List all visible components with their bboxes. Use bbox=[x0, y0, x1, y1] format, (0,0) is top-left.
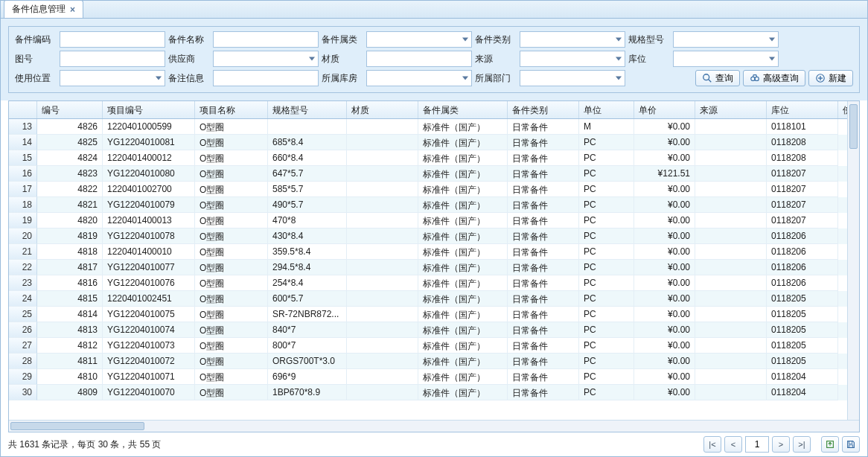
col-unit[interactable]: 单位 bbox=[579, 101, 634, 118]
input-remark[interactable] bbox=[213, 70, 319, 86]
col-name[interactable]: 项目名称 bbox=[195, 101, 268, 118]
col-loc[interactable]: 库位 bbox=[767, 101, 838, 118]
close-icon[interactable]: × bbox=[70, 4, 75, 15]
cell bbox=[347, 119, 418, 135]
table-row[interactable]: 224817YG12204010077O型圈294.5*8.4标准件（国产）日常… bbox=[9, 260, 859, 275]
search-button-label: 查询 bbox=[715, 72, 733, 85]
cell: 29 bbox=[9, 369, 37, 385]
col-cat[interactable]: 备件类别 bbox=[508, 101, 579, 118]
cell: 21 bbox=[9, 244, 37, 260]
cell: YG12204010076 bbox=[103, 275, 195, 291]
export-button[interactable] bbox=[821, 436, 839, 453]
table-row[interactable]: 304809YG12204010070O型圈1BP670*8.9标准件（国产）日… bbox=[9, 385, 859, 400]
cell: 1220401400010 bbox=[103, 244, 195, 260]
col-price[interactable]: 单价 bbox=[634, 101, 695, 118]
combo-cat[interactable] bbox=[520, 31, 625, 48]
input-name[interactable] bbox=[213, 31, 319, 48]
cell: 4817 bbox=[37, 260, 103, 275]
search-button[interactable]: 查询 bbox=[695, 70, 740, 86]
cell bbox=[347, 291, 418, 307]
horizontal-scroll-thumb[interactable] bbox=[10, 422, 144, 430]
input-drawing[interactable] bbox=[60, 51, 165, 67]
table-row[interactable]: 1548241220401400012O型圈660*8.4标准件（国产）日常备件… bbox=[9, 150, 859, 166]
save-button[interactable] bbox=[842, 436, 860, 453]
page-first-button[interactable]: |< bbox=[703, 436, 721, 453]
col-rownum[interactable] bbox=[9, 101, 37, 118]
label-source: 来源 bbox=[475, 53, 517, 65]
table-row[interactable]: 184821YG12204010079O型圈490*5.7标准件（国产）日常备件… bbox=[9, 197, 859, 213]
adv-search-button[interactable]: 高级查询 bbox=[743, 70, 805, 86]
cell bbox=[695, 119, 767, 135]
label-name: 备件名称 bbox=[168, 33, 210, 46]
combo-source[interactable] bbox=[520, 51, 625, 67]
binoculars-icon bbox=[750, 73, 760, 83]
cell: 标准件（国产） bbox=[418, 135, 508, 150]
cell: 15 bbox=[9, 150, 37, 166]
col-id[interactable]: 编号 bbox=[37, 101, 103, 118]
cell: 430*8.4 bbox=[268, 228, 347, 244]
table-row[interactable]: 254814YG12204010075O型圈SR-72NBR872...标准件（… bbox=[9, 307, 859, 322]
combo-warehouse[interactable] bbox=[366, 70, 472, 86]
table-row[interactable]: 1948201220401400013O型圈470*8标准件（国产）日常备件PC… bbox=[9, 213, 859, 228]
col-material[interactable]: 材质 bbox=[347, 101, 418, 118]
input-material[interactable] bbox=[366, 51, 472, 67]
combo-dept[interactable] bbox=[520, 70, 625, 86]
adv-search-label: 高级查询 bbox=[763, 72, 799, 85]
table-row[interactable]: 2148181220401400010O型圈359.5*8.4标准件（国产）日常… bbox=[9, 244, 859, 260]
combo-supplier[interactable] bbox=[213, 51, 319, 67]
svg-line-1 bbox=[709, 80, 712, 83]
table-row[interactable]: 164823YG12204010080O型圈647*5.7标准件（国产）日常备件… bbox=[9, 166, 859, 182]
table-row[interactable]: 1748221220401002700O型圈585*5.7标准件（国产）日常备件… bbox=[9, 182, 859, 197]
cell: 1220401002451 bbox=[103, 291, 195, 307]
cell: 685*8.4 bbox=[268, 135, 347, 150]
cell: 日常备件 bbox=[508, 291, 579, 307]
cell: 标准件（国产） bbox=[418, 385, 508, 400]
tab-spare-parts[interactable]: 备件信息管理 × bbox=[4, 0, 83, 18]
new-button[interactable]: 新建 bbox=[808, 70, 853, 86]
cell: YG12204010079 bbox=[103, 197, 195, 213]
cell: 日常备件 bbox=[508, 228, 579, 244]
table-row[interactable]: 2448151220401002451O型圈600*5.7标准件（国产）日常备件… bbox=[9, 291, 859, 307]
cell: 800*7 bbox=[268, 338, 347, 354]
combo-usepos[interactable] bbox=[60, 70, 165, 86]
cell: 4822 bbox=[37, 182, 103, 197]
table-row[interactable]: 1348261220401000599O型圈标准件（国产）日常备件M¥0.000… bbox=[9, 119, 859, 135]
table-row[interactable]: 294810YG12204010071O型圈696*9标准件（国产）日常备件PC… bbox=[9, 369, 859, 385]
combo-spec[interactable] bbox=[673, 31, 779, 48]
table-row[interactable]: 234816YG12204010076O型圈254*8.4标准件（国产）日常备件… bbox=[9, 275, 859, 291]
cell: 1220401400012 bbox=[103, 150, 195, 166]
cell bbox=[695, 322, 767, 338]
cell: YG12204010075 bbox=[103, 307, 195, 322]
cell: O型圈 bbox=[195, 354, 268, 369]
vertical-scroll-thumb[interactable] bbox=[849, 104, 858, 149]
cell: ¥0.00 bbox=[634, 150, 695, 166]
col-source[interactable]: 来源 bbox=[695, 101, 767, 118]
combo-loc[interactable] bbox=[673, 51, 779, 67]
cell: ¥0.00 bbox=[634, 338, 695, 354]
col-attr[interactable]: 备件属类 bbox=[418, 101, 508, 118]
table-row[interactable]: 204819YG12204010078O型圈430*8.4标准件（国产）日常备件… bbox=[9, 228, 859, 244]
table-row[interactable]: 284811YG12204010072O型圈ORGS700T*3.0标准件（国产… bbox=[9, 354, 859, 369]
table-row[interactable]: 274812YG12204010073O型圈800*7标准件（国产）日常备件PC… bbox=[9, 338, 859, 354]
table-row[interactable]: 144825YG12204010081O型圈685*8.4标准件（国产）日常备件… bbox=[9, 135, 859, 150]
search-icon bbox=[702, 73, 712, 83]
col-spec[interactable]: 规格型号 bbox=[268, 101, 347, 118]
horizontal-scrollbar[interactable] bbox=[9, 420, 859, 432]
cell: ¥121.51 bbox=[634, 166, 695, 182]
input-code[interactable] bbox=[60, 31, 165, 48]
col-proj[interactable]: 项目编号 bbox=[103, 101, 195, 118]
tab-label: 备件信息管理 bbox=[12, 3, 66, 16]
cell: 日常备件 bbox=[508, 182, 579, 197]
combo-attr[interactable] bbox=[366, 31, 472, 48]
cell: PC bbox=[579, 275, 634, 291]
cell: 0118101 bbox=[767, 119, 838, 135]
cell: 0118204 bbox=[767, 369, 838, 385]
cell: 0118206 bbox=[767, 228, 838, 244]
page-input[interactable] bbox=[745, 436, 769, 453]
table-row[interactable]: 264813YG12204010074O型圈840*7标准件（国产）日常备件PC… bbox=[9, 322, 859, 338]
vertical-scrollbar[interactable] bbox=[847, 101, 859, 432]
page-prev-button[interactable]: < bbox=[724, 436, 742, 453]
page-next-button[interactable]: > bbox=[772, 436, 790, 453]
save-icon bbox=[846, 439, 856, 450]
page-last-button[interactable]: >| bbox=[793, 436, 811, 453]
